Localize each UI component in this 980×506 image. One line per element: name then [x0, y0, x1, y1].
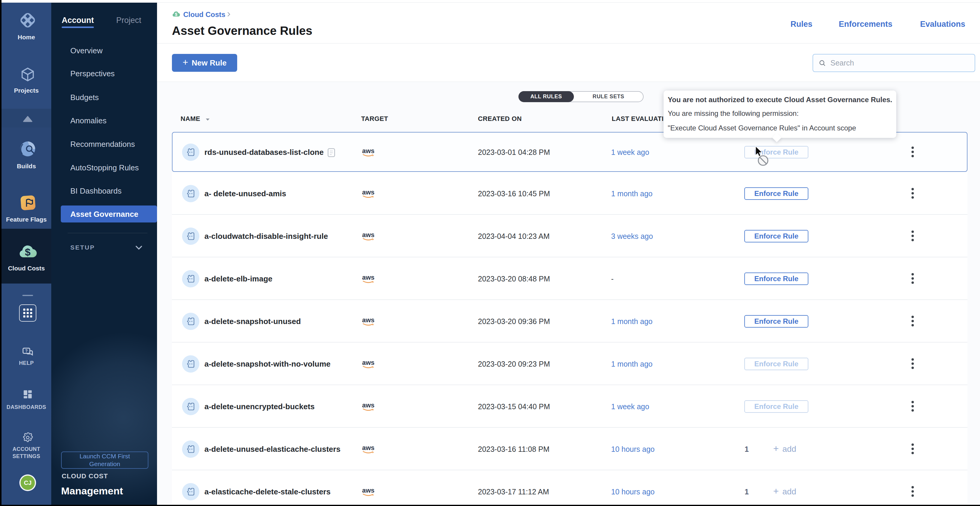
- svg-text:$: $: [175, 12, 177, 17]
- svg-text:aws: aws: [362, 401, 375, 409]
- svg-text:aws: aws: [362, 444, 375, 452]
- svg-text:aws: aws: [362, 189, 375, 196]
- svg-text:aws: aws: [362, 359, 375, 366]
- svg-text:aws: aws: [362, 147, 375, 155]
- svg-text:?: ?: [25, 349, 28, 353]
- svg-text:aws: aws: [362, 274, 375, 281]
- svg-text:$: $: [25, 246, 31, 258]
- svg-text:aws: aws: [362, 231, 375, 239]
- svg-text:aws: aws: [362, 487, 375, 494]
- svg-text:aws: aws: [362, 316, 375, 324]
